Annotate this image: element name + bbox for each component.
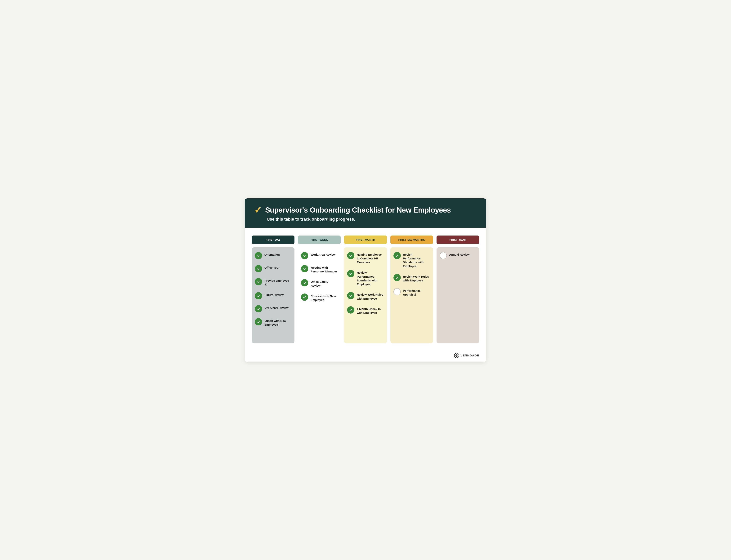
- checked-icon[interactable]: [347, 292, 354, 299]
- header-title-row: ✓ Supervisor's Onboarding Checklist for …: [254, 206, 477, 215]
- col-header-first-day: FIRST DAY: [252, 236, 294, 244]
- header-checkmark-icon: ✓: [254, 206, 262, 215]
- header-subtitle: Use this table to track onboarding progr…: [267, 217, 477, 222]
- check-item-label: Office Tour: [264, 265, 279, 270]
- list-item: Meeting with Personnel Manager: [301, 265, 337, 274]
- checked-icon[interactable]: [347, 252, 354, 259]
- check-item-label: Lunch with New Employee: [264, 318, 291, 327]
- column-first-six-months: FIRST SIX MONTHS Revisit Performance Sta…: [391, 236, 433, 343]
- unchecked-icon[interactable]: [440, 252, 447, 259]
- col-body-first-year: Annual Review: [437, 247, 479, 343]
- check-item-label: Revisit Work Rules with Employee: [403, 274, 430, 283]
- list-item: Revisit Performance Standards with Emplo…: [394, 252, 430, 268]
- col-header-first-week: FIRST WEEK: [298, 236, 340, 244]
- check-item-label: Provide employee ID: [264, 278, 291, 287]
- check-item-label: Check in with New Employee: [310, 293, 337, 302]
- col-header-first-month: FIRST MONTH: [344, 236, 387, 244]
- check-item-label: Performance Appraisal: [403, 288, 430, 297]
- checked-icon[interactable]: [255, 252, 262, 259]
- col-body-first-six-months: Revisit Performance Standards with Emplo…: [391, 247, 433, 343]
- checked-icon[interactable]: [301, 293, 308, 301]
- column-first-week: FIRST WEEK Work Area Review Meeting with…: [298, 236, 340, 343]
- check-item-label: Policy Review: [264, 292, 283, 297]
- list-item: Review Work Rules with Employee: [347, 292, 384, 301]
- check-item-label: Revisit Performance Standards with Emplo…: [403, 252, 430, 268]
- main-content: FIRST DAY Orientation Office Tour Provid…: [245, 228, 486, 350]
- check-item-label: 1 Month Check-in with Employee: [357, 306, 384, 315]
- list-item: Check in with New Employee: [301, 293, 337, 302]
- venngage-logo: VENNGAGE: [454, 353, 479, 358]
- check-item-label: Office Safety Review: [310, 279, 337, 288]
- checked-icon[interactable]: [255, 305, 262, 312]
- check-item-label: Work Area Review: [310, 252, 335, 257]
- check-item-label: Review Work Rules with Employee: [357, 292, 384, 301]
- list-item: Lunch with New Employee: [255, 318, 291, 327]
- check-item-label: Review Performance Standards with Employ…: [357, 270, 384, 286]
- checked-icon[interactable]: [301, 265, 308, 272]
- checked-icon[interactable]: [255, 278, 262, 285]
- checklist-card: ✓ Supervisor's Onboarding Checklist for …: [245, 198, 486, 362]
- list-item: Review Performance Standards with Employ…: [347, 270, 384, 286]
- checked-icon[interactable]: [301, 252, 308, 259]
- check-item-label: Annual Review: [449, 252, 470, 257]
- header-section: ✓ Supervisor's Onboarding Checklist for …: [245, 198, 486, 228]
- checked-icon[interactable]: [255, 292, 262, 299]
- col-body-first-month: Remind Employee to Complete HR Exercises…: [344, 247, 387, 343]
- list-item: Org Chart Review: [255, 305, 291, 312]
- venngage-logo-text: VENNGAGE: [461, 354, 479, 357]
- venngage-logo-icon: [454, 353, 459, 358]
- list-item: Office Tour: [255, 265, 291, 272]
- checked-icon[interactable]: [347, 306, 354, 314]
- list-item: Office Safety Review: [301, 279, 337, 288]
- checked-icon[interactable]: [394, 274, 401, 281]
- checked-icon[interactable]: [347, 270, 354, 277]
- list-item: Performance Appraisal: [394, 288, 430, 297]
- footer: VENNGAGE: [245, 350, 486, 362]
- check-item-label: Org Chart Review: [264, 305, 288, 310]
- checked-icon[interactable]: [255, 318, 262, 325]
- list-item: Annual Review: [440, 252, 476, 259]
- column-first-month: FIRST MONTH Remind Employee to Complete …: [344, 236, 387, 343]
- check-item-label: Meeting with Personnel Manager: [310, 265, 337, 274]
- col-header-first-year: FIRST YEAR: [437, 236, 479, 244]
- unchecked-icon[interactable]: [394, 288, 401, 295]
- checked-icon[interactable]: [301, 279, 308, 286]
- list-item: Policy Review: [255, 292, 291, 299]
- header-title: Supervisor's Onboarding Checklist for Ne…: [265, 206, 451, 214]
- col-header-first-six-months: FIRST SIX MONTHS: [391, 236, 433, 244]
- col-body-first-day: Orientation Office Tour Provide employee…: [252, 247, 294, 343]
- list-item: Orientation: [255, 252, 291, 259]
- list-item: Work Area Review: [301, 252, 337, 259]
- check-item-label: Remind Employee to Complete HR Exercises: [357, 252, 384, 264]
- list-item: Provide employee ID: [255, 278, 291, 287]
- column-first-day: FIRST DAY Orientation Office Tour Provid…: [252, 236, 294, 343]
- col-body-first-week: Work Area Review Meeting with Personnel …: [298, 247, 340, 343]
- list-item: Remind Employee to Complete HR Exercises: [347, 252, 384, 264]
- columns-container: FIRST DAY Orientation Office Tour Provid…: [252, 236, 479, 343]
- list-item: 1 Month Check-in with Employee: [347, 306, 384, 315]
- check-item-label: Orientation: [264, 252, 280, 257]
- list-item: Revisit Work Rules with Employee: [394, 274, 430, 283]
- column-first-year: FIRST YEARAnnual Review: [437, 236, 479, 343]
- checked-icon[interactable]: [255, 265, 262, 272]
- checked-icon[interactable]: [394, 252, 401, 259]
